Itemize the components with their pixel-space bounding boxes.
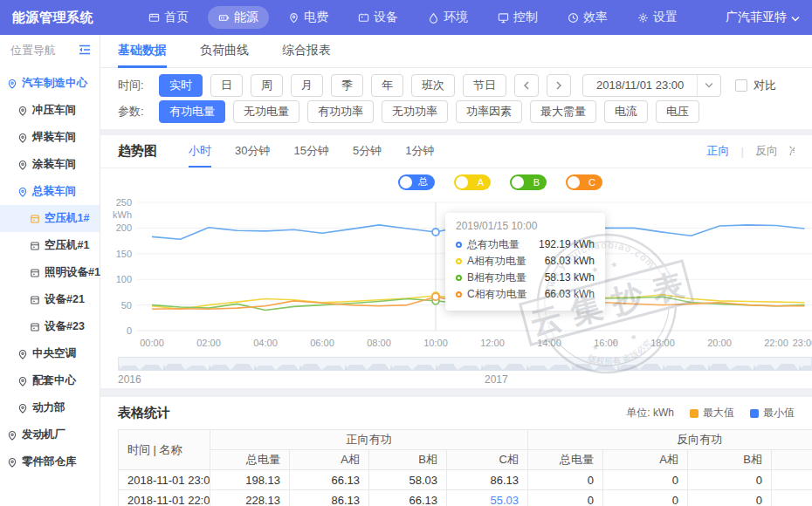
col-总电量: 总电量	[210, 450, 290, 470]
tree-item-总装车间[interactable]: 总装车间	[0, 178, 100, 205]
tree-item-中央空调[interactable]: 中央空调	[0, 340, 100, 367]
table-row[interactable]: 2018-11-01 22:00228.1386.1366.1355.03000	[119, 490, 812, 506]
tree-item-焊装车间[interactable]: 焊装车间	[0, 124, 100, 151]
cell-time: 2018-11-01 23:00	[119, 470, 210, 490]
nav-item-fee[interactable]: 电费	[278, 6, 339, 29]
param-option-2[interactable]: 有功功率	[307, 100, 374, 123]
svg-text:14:00: 14:00	[537, 338, 561, 348]
direction-forward[interactable]: 正向	[707, 143, 730, 159]
time-option-3[interactable]: 月	[291, 74, 323, 97]
svg-text:12:00: 12:00	[480, 338, 505, 348]
tree-item-汽车制造中心[interactable]: 汽车制造中心	[0, 70, 100, 97]
stats-table-card: 表格统计 单位: kWh 最大值 最小值 时间 | 名称正向有功反向有功总电量A…	[100, 397, 812, 506]
time-option-4[interactable]: 季	[331, 74, 363, 97]
cell-value: 198.13	[210, 470, 290, 490]
param-option-7[interactable]: 电压	[656, 100, 699, 123]
nav-item-energy[interactable]: 能源	[208, 6, 269, 29]
location-pin-icon	[17, 106, 28, 116]
time-option-5[interactable]: 年	[371, 74, 403, 97]
year-label: 2017	[485, 373, 508, 386]
location-pin-icon	[17, 403, 28, 414]
tree-item-照明设备#1[interactable]: 照明设备#1	[0, 259, 100, 286]
nav-item-settings[interactable]: 设置	[627, 6, 688, 29]
collapse-icon[interactable]	[79, 44, 91, 58]
nav-item-home[interactable]: 首页	[138, 6, 199, 29]
interval-15分钟[interactable]: 15分钟	[293, 135, 328, 168]
app-title: 能源管理系统	[0, 10, 138, 26]
cell-value	[772, 490, 812, 506]
svg-text:250: 250	[116, 197, 132, 208]
tree-item-设备#23[interactable]: 设备#23	[0, 313, 100, 340]
time-option-6[interactable]: 班次	[411, 74, 455, 97]
tree-item-发动机厂[interactable]: 发动机厂	[0, 421, 100, 448]
datazoom-slider[interactable]	[118, 357, 812, 371]
series-toggle-总[interactable]: 总	[398, 174, 435, 190]
home-icon	[148, 12, 160, 24]
nav-item-device[interactable]: 设备	[348, 6, 409, 29]
stats-table: 时间 | 名称正向有功反向有功总电量A相B相C相总电量A相B相2018-11-0…	[118, 429, 812, 506]
table-row[interactable]: 2018-11-01 23:00198.1366.1358.0386.13000	[119, 470, 812, 490]
location-pin-icon	[17, 160, 28, 170]
tree-item-空压机#1[interactable]: 空压机#1	[0, 232, 100, 259]
group-反向有功: 反向有功	[528, 430, 812, 450]
prev-button[interactable]	[514, 74, 539, 97]
filters-panel: 时间: 实时日周月季年班次节日 2018/11/01 23:00 对比 参数: …	[100, 68, 812, 129]
param-options: 有功电量无功电量有功功率无功功率功率因素最大需量电流电压	[159, 100, 707, 123]
nav-item-efficiency[interactable]: 效率	[557, 6, 618, 29]
svg-text:10:00: 10:00	[423, 338, 448, 348]
date-value: 2018/11/01 23:00	[583, 79, 697, 92]
tree-item-冲压车间[interactable]: 冲压车间	[0, 97, 100, 124]
location-pin-icon	[17, 133, 28, 143]
direction-partial: 净	[789, 143, 795, 159]
tree-item-零件部仓库[interactable]: 零件部仓库	[0, 448, 100, 475]
series-toggle-C[interactable]: C	[566, 174, 602, 190]
date-picker[interactable]: 2018/11/01 23:00	[582, 74, 721, 97]
meter-icon	[30, 214, 40, 224]
svg-text:200: 200	[116, 222, 132, 233]
energy-icon	[218, 12, 230, 24]
tab-基础数据[interactable]: 基础数据	[118, 35, 167, 67]
unit-label: 单位: kWh	[626, 406, 674, 421]
tabs-bar: 基础数据负荷曲线综合报表	[100, 35, 812, 68]
interval-小时[interactable]: 小时	[189, 135, 211, 168]
param-option-1[interactable]: 无功电量	[233, 100, 299, 123]
tab-负荷曲线[interactable]: 负荷曲线	[200, 35, 249, 67]
svg-text:100: 100	[116, 274, 132, 284]
svg-text:50: 50	[121, 299, 132, 310]
nav-item-environment[interactable]: 环境	[417, 6, 478, 29]
tree-item-配套中心[interactable]: 配套中心	[0, 367, 100, 394]
param-option-4[interactable]: 功率因素	[456, 100, 522, 123]
tree-item-空压机1#[interactable]: 空压机1#	[0, 205, 100, 232]
time-option-2[interactable]: 周	[251, 74, 283, 97]
tree-item-动力部[interactable]: 动力部	[0, 394, 100, 421]
tree-item-涂装车间[interactable]: 涂装车间	[0, 151, 100, 178]
top-bar: 能源管理系统 首页能源电费设备环境控制效率设置 广汽菲亚特	[0, 0, 812, 35]
interval-30分钟[interactable]: 30分钟	[235, 135, 270, 168]
interval-5分钟[interactable]: 5分钟	[353, 135, 382, 168]
legend-min: 最小值	[750, 406, 795, 421]
next-button[interactable]	[547, 74, 571, 97]
tenant-menu[interactable]: 广汽菲亚特	[726, 10, 812, 25]
time-option-1[interactable]: 日	[210, 74, 243, 97]
time-option-7[interactable]: 节日	[463, 74, 506, 97]
series-toggle-B[interactable]: B	[510, 174, 547, 190]
svg-text:kWh: kWh	[113, 209, 132, 220]
tree-item-设备#21[interactable]: 设备#21	[0, 286, 100, 313]
time-option-0[interactable]: 实时	[159, 74, 203, 97]
location-tree: 汽车制造中心冲压车间焊装车间涂装车间总装车间空压机1#空压机#1照明设备#1设备…	[0, 66, 100, 475]
toggle-knob	[400, 176, 412, 188]
param-option-0[interactable]: 有功电量	[159, 100, 225, 123]
direction-reverse[interactable]: 反向	[755, 143, 778, 159]
nav-item-control[interactable]: 控制	[487, 6, 548, 29]
tab-综合报表[interactable]: 综合报表	[282, 35, 331, 67]
compare-checkbox[interactable]	[735, 79, 747, 92]
series-toggle-A[interactable]: A	[454, 174, 491, 190]
param-option-6[interactable]: 电流	[604, 100, 648, 123]
svg-text:22:00: 22:00	[764, 338, 788, 348]
compare-toggle[interactable]: 对比	[735, 78, 776, 93]
param-option-3[interactable]: 无功功率	[382, 100, 448, 123]
interval-1分钟[interactable]: 1分钟	[405, 135, 434, 168]
col-A相: A相	[290, 450, 369, 470]
param-option-5[interactable]: 最大需量	[530, 100, 596, 123]
group-正向有功: 正向有功	[210, 430, 528, 450]
